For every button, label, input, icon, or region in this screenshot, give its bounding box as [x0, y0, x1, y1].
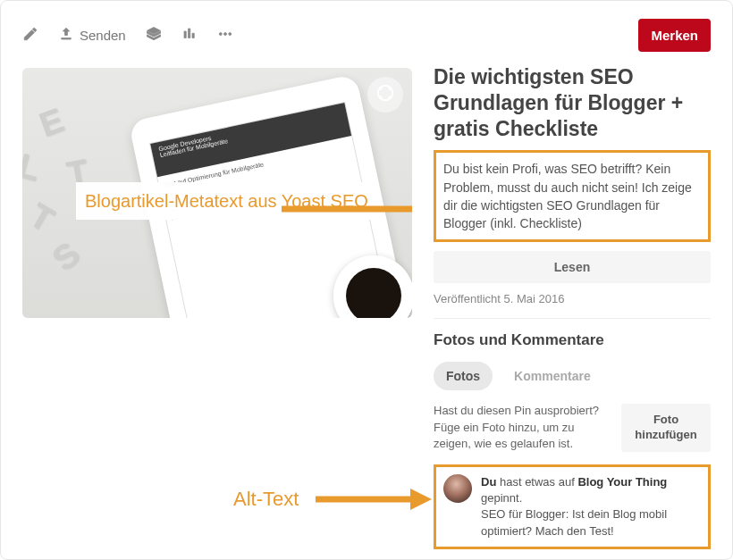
svg-marker-7: [410, 489, 432, 510]
edit-button[interactable]: [22, 26, 38, 45]
toolbar-left: Senden: [22, 26, 233, 45]
pin-description: Du bist kein Profi, was SEO betrifft? Ke…: [443, 160, 701, 232]
add-photo-button[interactable]: Foto hinzufügen: [621, 404, 711, 452]
svg-point-1: [223, 33, 226, 36]
avatar: [443, 474, 472, 503]
published-date: Veröffentlicht 5. Mai 2016: [434, 292, 711, 319]
main-content: E L T T S Google DevelopersLeitfaden für…: [22, 68, 711, 549]
comment-end: gepinnt.: [481, 491, 522, 505]
comment-you: Du: [481, 475, 496, 489]
svg-point-0: [219, 33, 222, 36]
left-column: E L T T S Google DevelopersLeitfaden für…: [22, 68, 412, 549]
tab-photos[interactable]: Fotos: [434, 362, 493, 390]
pin-image[interactable]: E L T T S Google DevelopersLeitfaden für…: [22, 68, 412, 318]
svg-point-2: [228, 33, 231, 36]
expand-icon: [375, 83, 395, 106]
annotation-alttext: Alt-Text: [233, 488, 299, 511]
pencil-icon: [22, 26, 38, 45]
comment-text: Du hast etwas auf Blog Your Thing gepinn…: [481, 474, 701, 539]
comment-site: Blog Your Thing: [577, 475, 667, 489]
send-label: Senden: [80, 28, 126, 43]
comment-highlight: Du hast etwas auf Blog Your Thing gepinn…: [434, 464, 711, 549]
upload-icon: [58, 26, 74, 45]
read-button[interactable]: Lesen: [434, 251, 711, 283]
tab-comments[interactable]: Kommentare: [501, 362, 603, 390]
more-button[interactable]: [217, 26, 233, 45]
comments-section-title: Fotos und Kommentare: [434, 331, 711, 349]
comment-alttext: SEO für Blogger: Ist dein Blog mobil opt…: [481, 507, 667, 537]
save-button[interactable]: Merken: [638, 19, 711, 52]
arrow-icon: [316, 488, 432, 514]
toolbar: Senden Merken: [22, 19, 711, 52]
layers-icon: [146, 26, 162, 45]
stats-button[interactable]: [181, 26, 198, 45]
expand-button[interactable]: [367, 77, 403, 113]
dots-icon: [217, 26, 233, 45]
arrow-icon: [282, 196, 412, 225]
right-column: Die wichtigsten SEO Grundlagen für Blogg…: [434, 68, 711, 549]
send-button[interactable]: Senden: [58, 26, 126, 45]
bar-chart-icon: [181, 26, 198, 45]
comment-mid: hast etwas auf: [496, 475, 577, 489]
photo-prompt-row: Hast du diesen Pin ausprobiert? Füge ein…: [434, 403, 711, 452]
tabs: Fotos Kommentare: [434, 362, 711, 390]
pin-title: Die wichtigsten SEO Grundlagen für Blogg…: [434, 64, 711, 141]
layers-button[interactable]: [146, 26, 162, 45]
photo-prompt: Hast du diesen Pin ausprobiert? Füge ein…: [434, 403, 611, 452]
description-highlight: Du bist kein Profi, was SEO betrifft? Ke…: [434, 150, 711, 242]
